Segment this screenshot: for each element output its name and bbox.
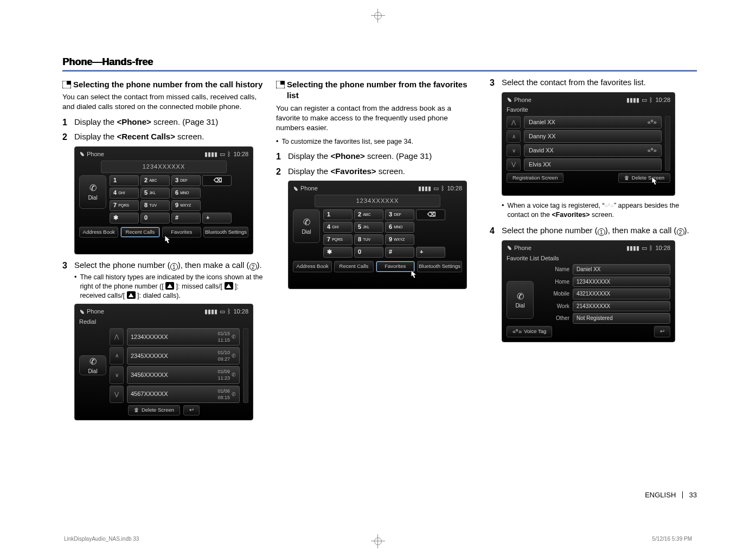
keypad-key[interactable]: 9WXYZ [385, 234, 414, 245]
dial-button[interactable]: ✆Dial [507, 281, 534, 319]
keypad-key[interactable]: 7PQRS [110, 200, 139, 211]
keypad-key[interactable]: + [202, 213, 232, 223]
favorite-row[interactable]: Elvis XX [524, 158, 662, 171]
keypad-key[interactable]: 1 [323, 209, 353, 220]
bluetooth-icon: ᛒ [227, 150, 231, 158]
call-history-row[interactable]: 1234XXXXXX01/1511:15✆ [127, 328, 240, 345]
delete-screen-button[interactable]: 🗑Delete Screen [618, 173, 670, 183]
favorite-row[interactable]: Daniel XX«ᶿ» [524, 116, 662, 129]
tab-bluetooth-settings[interactable]: Bluetooth Settings [203, 227, 248, 238]
back-button[interactable]: ↩ [183, 405, 200, 415]
step-number: 4 [490, 225, 502, 237]
detail-value[interactable]: 1234XXXXXX [573, 277, 670, 287]
detail-label: Home [542, 278, 569, 286]
keypad-key[interactable]: 6MNO [171, 188, 201, 199]
received-call-icon [225, 282, 233, 290]
keypad-key[interactable]: 5JKL [354, 222, 383, 233]
call-history-row[interactable]: 2345XXXXXX01/1009:27✆ [127, 347, 240, 364]
circled-1-icon: 1 [170, 263, 178, 271]
ss-status: ▮▮▮▮▭ᛒ10:28 [626, 244, 670, 252]
keypad-key[interactable]: 2ABC [140, 175, 170, 186]
keypad-key[interactable]: 7PQRS [323, 234, 353, 245]
step-number: 1 [62, 117, 74, 129]
detail-label: Mobile [542, 290, 569, 298]
keypad-key[interactable]: 3DEF [171, 175, 201, 186]
trash-icon: 🗑 [624, 175, 630, 182]
keypad-key[interactable]: ⌫ [416, 209, 445, 220]
lang-label: ENGLISH [645, 491, 676, 499]
registration-screen-button[interactable]: Registration Screen [507, 173, 563, 183]
scroll-down-button[interactable]: ∨ [110, 366, 124, 383]
keypad-key[interactable]: 9WXYZ [171, 200, 201, 211]
voice-tag-icon: «ᶿ» [605, 202, 614, 209]
delete-screen-button[interactable]: 🗑Delete Screen [128, 405, 180, 415]
call-history-row[interactable]: 4567XXXXXX01/0608:15✆ [127, 386, 240, 403]
back-button[interactable]: ↩ [654, 326, 670, 337]
signal-icon: ▮▮▮▮ [204, 150, 217, 158]
keypad-key[interactable]: 0 [354, 247, 383, 258]
phone-tag: <Phone> [117, 117, 151, 126]
voice-tag-icon: «ᶿ» [512, 328, 522, 336]
subheading: Selecting the phone number from the favo… [287, 79, 477, 101]
tab-recent-calls[interactable]: Recent Calls [120, 227, 159, 238]
checkbox-bullet-icon [276, 81, 285, 88]
keypad-key[interactable]: 8TUV [354, 234, 383, 245]
favorite-row[interactable]: David XX«ᶿ» [524, 144, 662, 157]
keypad-key[interactable]: 0 [140, 213, 170, 223]
scrollbar[interactable] [243, 328, 248, 403]
detail-value[interactable]: 2143XXXXXX [573, 301, 670, 312]
keypad-key[interactable]: # [171, 213, 201, 223]
scroll-up-button[interactable]: ∧ [507, 130, 521, 143]
dialed-call-icon [127, 291, 136, 299]
tab-address-book[interactable]: Address Book [293, 261, 332, 272]
step-body: Select the phone number (1), then make a… [74, 260, 263, 300]
ss-title: Phone [507, 96, 531, 104]
tab-bluetooth-settings[interactable]: Bluetooth Settings [417, 261, 462, 272]
scroll-top-button[interactable]: ⋀ [110, 328, 124, 345]
favorite-row[interactable]: Danny XX [524, 130, 662, 143]
keypad-key[interactable]: 5JKL [140, 188, 170, 199]
keypad-key[interactable]: 2ABC [354, 209, 383, 220]
call-history-row[interactable]: 3456XXXXXX01/0911:23✆ [127, 366, 240, 383]
ss-status: ▮▮▮▮▭ᛒ10:28 [626, 96, 670, 104]
keypad-key[interactable]: # [385, 247, 414, 258]
dial-button[interactable]: ✆Dial [79, 355, 106, 375]
keypad-key[interactable]: 6MNO [385, 222, 414, 233]
detail-value: Daniel XX [573, 264, 670, 275]
ss-title: Phone [79, 308, 104, 316]
ss-subtitle: Redial [79, 318, 248, 326]
keypad-key[interactable]: 3DEF [385, 209, 414, 220]
detail-value[interactable]: 4321XXXXXX [573, 289, 670, 299]
scroll-down-button[interactable]: ∨ [507, 144, 521, 157]
keypad-key[interactable]: ⌫ [202, 175, 232, 186]
circled-2-icon: 2 [677, 228, 684, 236]
keypad: 12ABC3DEF⌫4GHI5JKL6MNO7PQRS8TUV9WXYZ✱0#+ [323, 209, 462, 258]
keypad-key[interactable]: + [416, 247, 445, 258]
screenshot-redial: Phone ▮▮▮▮▭ᛒ10:28 Redial ✆Dial ⋀ ∧ ∨ ⋁ 1… [74, 304, 253, 420]
keypad-key[interactable]: ✱ [110, 213, 139, 223]
scroll-top-button[interactable]: ⋀ [507, 116, 521, 129]
tab-recent-calls[interactable]: Recent Calls [334, 261, 373, 272]
tab-address-book[interactable]: Address Book [79, 227, 118, 238]
detail-value[interactable]: Not Registered [573, 313, 670, 324]
keypad-key[interactable]: 4GHI [110, 188, 139, 199]
step-body: Display the <Phone> screen. (Page 31) [74, 117, 263, 127]
voice-tag-button[interactable]: «ᶿ»Voice Tag [507, 326, 552, 337]
keypad-key[interactable]: 8TUV [140, 200, 170, 211]
section-header: Phone—Hands-free [62, 56, 697, 72]
dial-button[interactable]: ✆Dial [293, 209, 320, 243]
step-body: Display the <Favorites> screen. [288, 166, 477, 177]
dial-button[interactable]: ✆Dial [79, 175, 106, 209]
scroll-bottom-button[interactable]: ⋁ [507, 158, 521, 171]
ss-status: ▮▮▮▮▭ᛒ10:28 [418, 184, 462, 193]
screenshot-dialpad-favorites: Phone ▮▮▮▮▭ᛒ10:28 1234XXXXXX ✆Dial 12ABC… [288, 181, 467, 289]
scroll-up-button[interactable]: ∧ [110, 347, 124, 364]
scrollbar[interactable] [665, 116, 670, 170]
scroll-bottom-button[interactable]: ⋁ [110, 386, 124, 403]
ss-subtitle: Favorite [507, 106, 670, 114]
keypad-key[interactable]: ✱ [323, 247, 353, 258]
circled-2-icon: 2 [249, 263, 257, 271]
keypad-key[interactable]: 1 [110, 175, 139, 186]
trash-icon: 🗑 [134, 407, 139, 414]
keypad-key[interactable]: 4GHI [323, 222, 353, 233]
